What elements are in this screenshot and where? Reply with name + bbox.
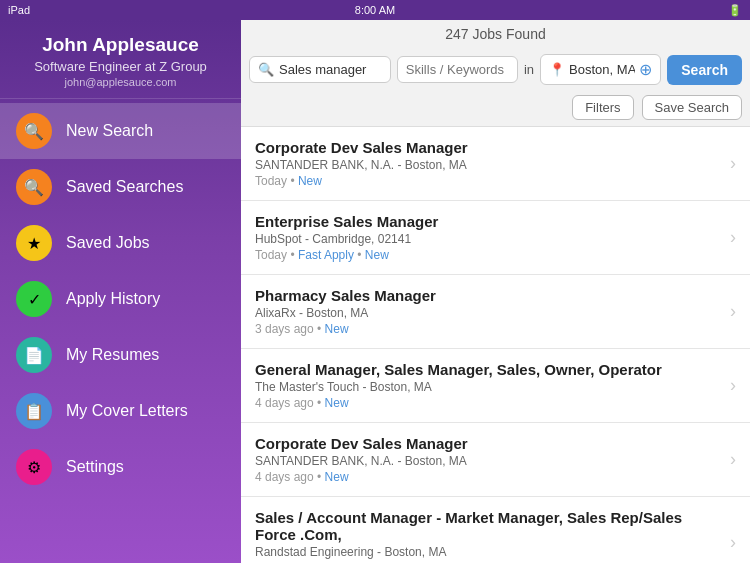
job-meta-date: 4 days ago — [255, 396, 314, 410]
sidebar-item-saved-searches[interactable]: 🔍 Saved Searches — [0, 159, 241, 215]
new-badge: New — [325, 470, 349, 484]
job-info: Corporate Dev Sales Manager SANTANDER BA… — [255, 435, 722, 484]
saved-jobs-label: Saved Jobs — [66, 234, 150, 252]
saved-searches-icon: 🔍 — [16, 169, 52, 205]
chevron-right-icon: › — [730, 227, 736, 248]
content-area: 247 Jobs Found 🔍 in 📍 ⊕ Search — [241, 20, 750, 563]
location-wrap: 📍 ⊕ — [540, 54, 661, 85]
sidebar-item-saved-jobs[interactable]: ★ Saved Jobs — [0, 215, 241, 271]
chevron-right-icon: › — [730, 375, 736, 396]
job-meta-date: 4 days ago — [255, 470, 314, 484]
chevron-right-icon: › — [730, 301, 736, 322]
gps-icon[interactable]: ⊕ — [639, 60, 652, 79]
search-bar: 🔍 in 📍 ⊕ Search — [241, 48, 750, 91]
job-title: Sales / Account Manager - Market Manager… — [255, 509, 722, 543]
sidebar-item-settings[interactable]: ⚙ Settings — [0, 439, 241, 495]
my-resumes-label: My Resumes — [66, 346, 159, 364]
sidebar-item-new-search[interactable]: 🔍 New Search — [0, 103, 241, 159]
job-meta: 4 days ago • New — [255, 396, 722, 410]
chevron-right-icon: › — [730, 532, 736, 553]
sidebar: John Applesauce Software Engineer at Z G… — [0, 20, 241, 563]
job-title: Pharmacy Sales Manager — [255, 287, 722, 304]
job-company: SANTANDER BANK, N.A. - Boston, MA — [255, 454, 722, 468]
fast-apply-badge: Fast Apply — [298, 248, 354, 262]
new-badge: New — [325, 322, 349, 336]
search-button[interactable]: Search — [667, 55, 742, 85]
chevron-right-icon: › — [730, 449, 736, 470]
search-icon: 🔍 — [258, 62, 274, 77]
job-badge-separator: • — [317, 396, 321, 410]
job-meta: 4 days ago • New — [255, 470, 722, 484]
job-title: Corporate Dev Sales Manager — [255, 435, 722, 452]
apply-history-label: Apply History — [66, 290, 160, 308]
sidebar-item-my-cover-letters[interactable]: 📋 My Cover Letters — [0, 383, 241, 439]
my-cover-letters-icon: 📋 — [16, 393, 52, 429]
saved-searches-label: Saved Searches — [66, 178, 183, 196]
in-label: in — [524, 62, 534, 77]
location-input[interactable] — [569, 62, 635, 77]
new-badge: New — [298, 174, 322, 188]
job-meta-date: Today — [255, 174, 287, 188]
job-company: Randstad Engineering - Boston, MA — [255, 545, 722, 559]
job-list-item[interactable]: Sales / Account Manager - Market Manager… — [241, 497, 750, 563]
battery-icon: 🔋 — [728, 4, 742, 17]
job-title: Enterprise Sales Manager — [255, 213, 722, 230]
apply-history-icon: ✓ — [16, 281, 52, 317]
main-layout: John Applesauce Software Engineer at Z G… — [0, 20, 750, 563]
job-company: The Master's Touch - Boston, MA — [255, 380, 722, 394]
job-meta: 3 days ago • New — [255, 322, 722, 336]
settings-icon: ⚙ — [16, 449, 52, 485]
save-search-button[interactable]: Save Search — [642, 95, 742, 120]
new-badge: New — [365, 248, 389, 262]
job-company: AlixaRx - Boston, MA — [255, 306, 722, 320]
job-list-item[interactable]: Enterprise Sales Manager HubSpot - Cambr… — [241, 201, 750, 275]
job-badge-separator: • — [290, 174, 294, 188]
filters-button[interactable]: Filters — [572, 95, 633, 120]
job-badge-separator: • — [317, 470, 321, 484]
jobs-found-text: 247 Jobs Found — [445, 26, 545, 42]
sidebar-item-apply-history[interactable]: ✓ Apply History — [0, 271, 241, 327]
job-badge-separator: • — [357, 248, 361, 262]
content-header: 247 Jobs Found 🔍 in 📍 ⊕ Search — [241, 20, 750, 127]
job-list-item[interactable]: General Manager, Sales Manager, Sales, O… — [241, 349, 750, 423]
toolbar: Filters Save Search — [241, 91, 750, 126]
job-info: Pharmacy Sales Manager AlixaRx - Boston,… — [255, 287, 722, 336]
sidebar-item-my-resumes[interactable]: 📄 My Resumes — [0, 327, 241, 383]
job-list-item[interactable]: Corporate Dev Sales Manager SANTANDER BA… — [241, 127, 750, 201]
job-info: Enterprise Sales Manager HubSpot - Cambr… — [255, 213, 722, 262]
job-info: Corporate Dev Sales Manager SANTANDER BA… — [255, 139, 722, 188]
job-company: SANTANDER BANK, N.A. - Boston, MA — [255, 158, 722, 172]
job-info: General Manager, Sales Manager, Sales, O… — [255, 361, 722, 410]
time-label: 8:00 AM — [355, 4, 395, 16]
fast-apply-separator: • — [290, 248, 294, 262]
job-info: Sales / Account Manager - Market Manager… — [255, 509, 722, 563]
location-icon: 📍 — [549, 62, 565, 77]
job-list-item[interactable]: Corporate Dev Sales Manager SANTANDER BA… — [241, 423, 750, 497]
job-meta: Today • New — [255, 174, 722, 188]
profile-email: john@applesauce.com — [16, 76, 225, 88]
job-meta-date: Today — [255, 248, 287, 262]
job-list: Corporate Dev Sales Manager SANTANDER BA… — [241, 127, 750, 563]
job-meta-date: 3 days ago — [255, 322, 314, 336]
sidebar-nav: 🔍 New Search 🔍 Saved Searches ★ Saved Jo… — [0, 99, 241, 563]
job-badge-separator: • — [317, 322, 321, 336]
new-search-label: New Search — [66, 122, 153, 140]
settings-label: Settings — [66, 458, 124, 476]
job-list-item[interactable]: Pharmacy Sales Manager AlixaRx - Boston,… — [241, 275, 750, 349]
new-search-icon: 🔍 — [16, 113, 52, 149]
jobs-found-bar: 247 Jobs Found — [241, 20, 750, 48]
search-input[interactable] — [279, 62, 382, 77]
chevron-right-icon: › — [730, 153, 736, 174]
profile-title: Software Engineer at Z Group — [16, 59, 225, 74]
skills-input[interactable] — [406, 62, 509, 77]
skills-input-wrap — [397, 56, 518, 83]
my-cover-letters-label: My Cover Letters — [66, 402, 188, 420]
saved-jobs-icon: ★ — [16, 225, 52, 261]
new-badge: New — [325, 396, 349, 410]
status-bar: iPad 8:00 AM 🔋 — [0, 0, 750, 20]
job-company: HubSpot - Cambridge, 02141 — [255, 232, 722, 246]
carrier-label: iPad — [8, 4, 30, 16]
job-meta: Today • Fast Apply • New — [255, 248, 722, 262]
job-title: General Manager, Sales Manager, Sales, O… — [255, 361, 722, 378]
search-input-wrap: 🔍 — [249, 56, 391, 83]
